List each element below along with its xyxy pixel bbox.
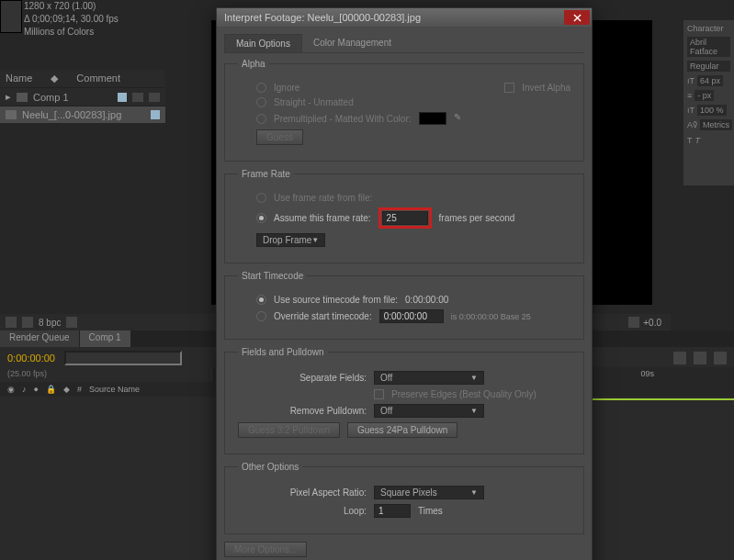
- folder-icon[interactable]: [149, 93, 160, 102]
- fps-highlight: [378, 207, 432, 229]
- guess-24pa-button[interactable]: Guess 24Pa Pulldown: [347, 422, 457, 438]
- audio-icon[interactable]: ♪: [22, 385, 27, 394]
- blur-icon[interactable]: [694, 352, 706, 364]
- info-duration: Δ 0;00;09;14, 30.00 fps: [24, 13, 119, 26]
- image-seq-icon: [6, 110, 17, 119]
- current-time[interactable]: 0:00:00:00: [7, 353, 55, 364]
- vert-scale[interactable]: 100 %: [697, 105, 727, 116]
- kerning-icon: ≡: [687, 91, 692, 100]
- label-use-file-fps: Use frame rate from file:: [274, 193, 372, 203]
- chevron-down-icon: ▼: [470, 407, 478, 415]
- radio-use-file-fps: [256, 193, 266, 203]
- label-icon[interactable]: ◆: [51, 73, 58, 84]
- footage-name: Neelu_[...0-00283].jpg: [22, 109, 121, 120]
- comp-name: Comp 1: [33, 92, 69, 103]
- eye-icon[interactable]: ◉: [7, 385, 15, 394]
- font-family[interactable]: Abril Fatface: [687, 37, 730, 57]
- remove-pulldown-value: Off: [380, 406, 392, 416]
- folder-icon[interactable]: [22, 317, 33, 328]
- drop-frame-value: Drop Frame: [263, 235, 311, 245]
- dialog-title: Interpret Footage: Neelu_[00000-00283].j…: [224, 12, 421, 23]
- frame-rate-group: Frame Rate Use frame rate from file: Ass…: [224, 169, 584, 263]
- project-row-comp[interactable]: ▸ Comp 1: [0, 87, 165, 106]
- radio-override-tc[interactable]: [256, 311, 266, 321]
- dialog-titlebar[interactable]: Interpret Footage: Neelu_[00000-00283].j…: [217, 8, 592, 27]
- assume-fps-row: Assume this frame rate: frames per secon…: [256, 207, 570, 229]
- project-panel: Name ◆ Comment ▸ Comp 1 Neelu_[...0-0028…: [0, 70, 165, 123]
- label-par: Pixel Aspect Ratio:: [238, 487, 367, 498]
- drop-frame-select: Drop Frame ▼: [256, 233, 325, 247]
- eyedropper-icon: ✎: [454, 112, 467, 125]
- fps-note: (25.00 fps): [7, 369, 47, 378]
- comp-icon: [17, 93, 28, 102]
- font-weight[interactable]: Regular: [687, 61, 730, 72]
- close-button[interactable]: [564, 10, 590, 25]
- label-color[interactable]: [151, 110, 160, 119]
- expand-icon[interactable]: ▸: [6, 91, 11, 103]
- tab-comp[interactable]: Comp 1: [80, 330, 131, 347]
- frame-rate-legend: Frame Rate: [238, 169, 294, 179]
- chk-preserve-edges: [374, 389, 384, 399]
- close-icon: [573, 14, 582, 22]
- radio-straight: [256, 97, 266, 107]
- kerning[interactable]: - px: [694, 90, 714, 101]
- override-tc-input[interactable]: [379, 309, 444, 323]
- timeline-search[interactable]: [64, 351, 182, 365]
- label-icon[interactable]: ◆: [63, 385, 70, 394]
- shy-icon[interactable]: [673, 352, 686, 364]
- source-name-col[interactable]: Source Name: [89, 385, 140, 394]
- hash-icon: #: [77, 385, 82, 394]
- radio-use-source-tc[interactable]: [256, 295, 266, 305]
- label-assume-fps: Assume this frame rate:: [274, 213, 371, 223]
- radio-premult: [256, 114, 266, 124]
- label-color[interactable]: [118, 93, 127, 102]
- project-row-footage[interactable]: Neelu_[...0-00283].jpg: [0, 106, 165, 123]
- folder-icon[interactable]: [132, 93, 143, 102]
- separate-fields-select[interactable]: Off ▼: [374, 371, 484, 385]
- graph-icon[interactable]: [714, 352, 727, 364]
- metrics[interactable]: Metrics: [700, 119, 732, 130]
- tab-color-management[interactable]: Color Management: [302, 34, 402, 52]
- italic-icon[interactable]: T: [695, 136, 701, 145]
- chevron-down-icon: ▼: [311, 236, 319, 244]
- solo-icon[interactable]: ●: [34, 385, 39, 394]
- matte-color-swatch: [419, 112, 446, 125]
- remove-pulldown-select[interactable]: Off ▼: [374, 404, 484, 418]
- start-timecode-group: Start Timecode Use source timecode from …: [224, 271, 584, 340]
- tab-main-options[interactable]: Main Options: [224, 34, 302, 52]
- interpret-footage-dialog: Interpret Footage: Neelu_[00000-00283].j…: [216, 7, 593, 560]
- interpret-icon[interactable]: [6, 317, 17, 328]
- project-footer: 8 bpc: [0, 314, 211, 330]
- label-separate-fields: Separate Fields:: [238, 373, 367, 383]
- exposure-value[interactable]: +0.0: [643, 318, 661, 328]
- tab-render-queue[interactable]: Render Queue: [0, 330, 80, 347]
- chevron-down-icon: ▼: [470, 488, 478, 497]
- label-preserve-edges: Preserve Edges (Best Quality Only): [391, 389, 536, 399]
- label-loop: Loop:: [238, 506, 367, 516]
- bpc-label[interactable]: 8 bpc: [39, 318, 61, 328]
- radio-assume-fps[interactable]: [256, 213, 266, 223]
- radio-ignore: [256, 83, 266, 93]
- font-size[interactable]: 64 px: [697, 75, 723, 86]
- footage-info: 1280 x 720 (1.00) Δ 0;00;09;14, 30.00 fp…: [24, 0, 119, 39]
- start-tc-legend: Start Timecode: [238, 271, 307, 281]
- guess-32-button: Guess 3:2 Pulldown: [238, 422, 340, 438]
- col-comment[interactable]: Comment: [76, 73, 120, 84]
- label-invert-alpha: Invert Alpha: [522, 83, 570, 93]
- bold-icon[interactable]: T: [687, 136, 693, 145]
- other-options-group: Other Options Pixel Aspect Ratio: Square…: [224, 462, 584, 534]
- trash-icon[interactable]: [66, 317, 77, 328]
- character-panel: Character Abril Fatface Regular ıT64 px …: [683, 20, 734, 185]
- chk-invert-alpha: [504, 83, 514, 93]
- chevron-down-icon: ▼: [470, 374, 478, 382]
- loop-input[interactable]: [374, 504, 411, 518]
- footage-thumbnail: [0, 0, 22, 33]
- exposure-icon[interactable]: [628, 317, 639, 328]
- par-select[interactable]: Square Pixels ▼: [374, 486, 484, 499]
- info-colors: Millions of Colors: [24, 26, 119, 39]
- lock-icon[interactable]: 🔒: [46, 385, 56, 394]
- col-name[interactable]: Name: [6, 73, 32, 84]
- override-tc-note: is 0:00:00:00 Base 25: [451, 312, 531, 321]
- fps-input[interactable]: [382, 211, 428, 225]
- label-remove-pulldown: Remove Pulldown:: [238, 406, 367, 416]
